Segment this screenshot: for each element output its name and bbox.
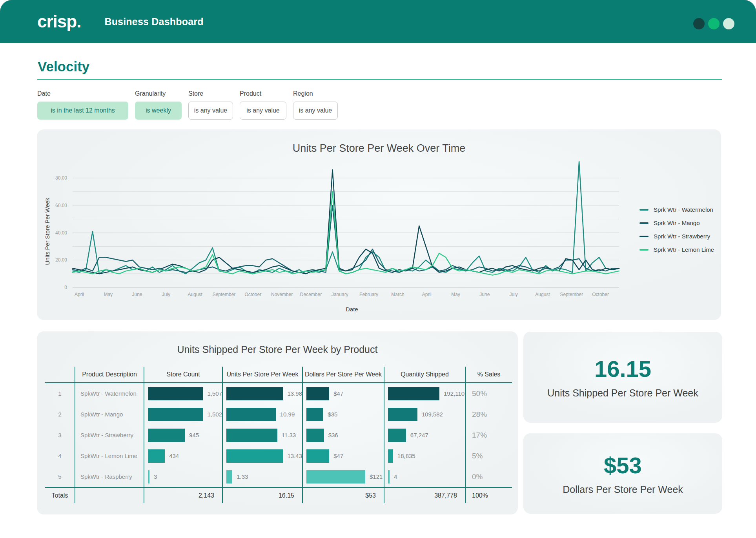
row-rank: 2	[45, 404, 75, 425]
x-tick-label: October	[245, 292, 262, 297]
legend-item[interactable]: Sprk Wtr - Mango	[639, 220, 714, 226]
legend-swatch-icon	[639, 222, 649, 224]
filter-label: Product	[240, 90, 286, 97]
crisp-logo: crisp.	[37, 12, 81, 31]
legend-item[interactable]: Sprk Wtr - Lemon Lime	[639, 246, 714, 253]
bar-value-label: 3	[154, 473, 157, 480]
bar-value-label: 67,247	[410, 432, 428, 438]
bar-cell-store_count: 3	[144, 466, 222, 487]
x-axis-title: Date	[346, 306, 358, 313]
x-tick-label: December	[300, 292, 322, 297]
page-title: Velocity	[38, 59, 89, 75]
y-tick-label: 0	[64, 285, 67, 290]
x-tick-label: July	[162, 292, 170, 297]
bar-value-label: $35	[328, 411, 337, 418]
legend-swatch-icon	[639, 249, 649, 251]
store_count-bar	[148, 470, 149, 483]
bar-cell-units: 13.98	[222, 383, 302, 404]
filter-date: Dateis in the last 12 months	[37, 90, 128, 120]
filter-label: Date	[37, 90, 128, 97]
totals-value: $53	[302, 487, 384, 503]
bar-cell-quantity: 192,110	[384, 383, 465, 404]
x-tick-label: March	[391, 292, 404, 297]
x-tick-label: May	[104, 292, 113, 297]
x-tick-label: August	[188, 292, 203, 297]
filter-chip-region[interactable]: is any value	[293, 102, 338, 120]
bar-value-label: 434	[169, 453, 179, 459]
y-axis-title: Units Per Store Per Week	[44, 198, 51, 265]
product-table-panel: Units Shipped Per Store Per Week by Prod…	[37, 331, 518, 514]
bar-cell-dollars: $121	[302, 466, 384, 487]
row-sales-pct: 5%	[465, 445, 512, 466]
dollars-bar	[306, 387, 329, 400]
velocity-chart-panel: Units Per Store Per Week Over Time 020.0…	[37, 129, 721, 320]
filter-chip-granularity[interactable]: is weekly	[135, 102, 182, 120]
bar-value-label: 109,582	[422, 411, 443, 418]
quantity-bar	[388, 449, 393, 463]
x-tick-label: July	[509, 292, 517, 297]
totals-value: 2,143	[144, 487, 222, 503]
bar-value-label: $36	[328, 432, 338, 438]
totals-value: 16.15	[222, 487, 302, 503]
legend-item[interactable]: Sprk Wtr - Watermelon	[639, 206, 714, 213]
totals-label: Totals	[45, 487, 75, 503]
y-tick-label: 80.00	[55, 175, 67, 181]
kpi-units-label: Units Shipped Per Store Per Week	[547, 387, 698, 399]
filter-label: Region	[293, 90, 338, 97]
row-sales-pct: 17%	[465, 425, 512, 445]
store_count-bar	[148, 449, 165, 463]
series-line-Sprk Wtr - Watermelon	[73, 162, 619, 274]
totals-value: 387,778	[384, 487, 465, 503]
header-dot-2	[708, 18, 720, 29]
header-dots	[693, 18, 734, 29]
bar-cell-units: 1.33	[222, 466, 302, 487]
legend-label: Sprk Wtr - Watermelon	[654, 206, 713, 213]
totals-sales-pct: 100%	[465, 487, 512, 503]
legend-swatch-icon	[639, 236, 649, 237]
row-rank: 3	[45, 425, 75, 445]
dollars-bar	[306, 408, 323, 421]
filter-label: Store	[188, 90, 233, 97]
table-title: Units Shipped Per Store Per Week by Prod…	[37, 344, 518, 355]
series-line-Sprk Wtr - Strawberry	[73, 170, 619, 274]
x-tick-label: June	[132, 292, 142, 297]
chart-title: Units Per Store Per Week Over Time	[37, 142, 721, 154]
row-sales-pct: 50%	[465, 383, 512, 404]
units-bar	[226, 470, 232, 483]
legend-swatch-icon	[639, 209, 649, 211]
filter-chip-store[interactable]: is any value	[188, 102, 233, 120]
bar-value-label: 11.33	[282, 432, 296, 438]
bar-cell-store_count: 434	[144, 445, 222, 466]
app-title: Business Dashboard	[104, 16, 203, 27]
bar-cell-store_count: 1,502	[144, 404, 222, 425]
filter-region: Regionis any value	[293, 90, 338, 120]
filter-chip-product[interactable]: is any value	[240, 102, 286, 120]
x-tick-label: June	[479, 292, 490, 297]
bar-value-label: 10.99	[280, 411, 295, 418]
bar-value-label: 13.98	[287, 390, 302, 397]
bar-cell-units: 10.99	[222, 404, 302, 425]
filter-store: Storeis any value	[188, 90, 233, 120]
store_count-bar	[148, 429, 185, 442]
bar-value-label: 192,110	[444, 390, 465, 397]
line-chart: 020.0040.0060.0080.00AprilMayJuneJulyAug…	[51, 155, 628, 314]
y-tick-label: 20.00	[55, 257, 67, 263]
kpi-dollars-label: Dollars Per Store Per Week	[563, 484, 683, 495]
quantity-bar	[388, 408, 417, 421]
kpi-dollars-value: $53	[604, 452, 642, 478]
row-rank: 5	[45, 466, 75, 487]
legend-item[interactable]: Sprk Wtr - Strawberry	[639, 233, 714, 240]
units-bar	[226, 408, 276, 421]
filter-chip-date[interactable]: is in the last 12 months	[37, 102, 128, 120]
bar-value-label: 18,835	[397, 453, 415, 459]
quantity-bar	[388, 470, 390, 483]
bar-value-label: 1,507	[207, 390, 222, 397]
totals-blank	[75, 487, 144, 503]
x-tick-label: April	[422, 292, 432, 297]
column-header: % Sales	[465, 367, 512, 383]
bar-value-label: 4	[394, 473, 397, 480]
y-tick-label: 60.00	[55, 203, 67, 208]
bar-cell-dollars: $35	[302, 404, 384, 425]
kpi-units-value: 16.15	[594, 356, 651, 382]
bar-cell-dollars: $36	[302, 425, 384, 445]
